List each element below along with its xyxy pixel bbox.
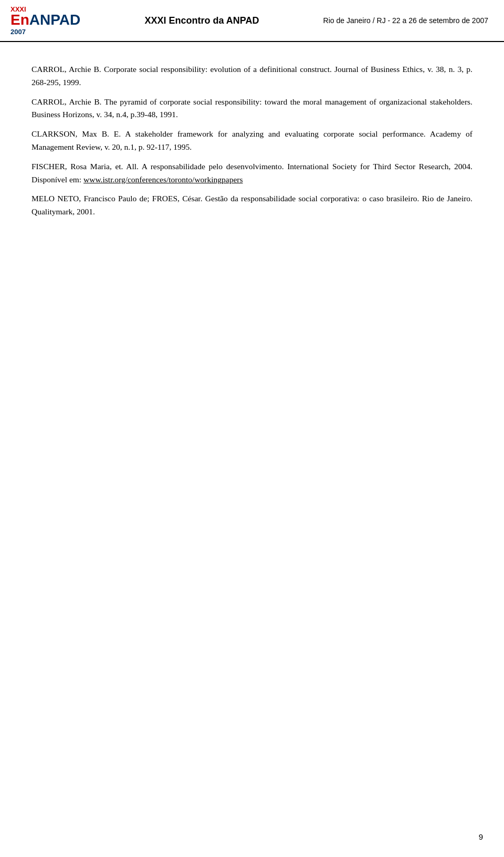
reference-text-5: MELO NETO, Francisco Paulo de; FROES, Cé… [32, 194, 472, 216]
main-content: CARROL, Archie B. Corporate social respo… [0, 42, 504, 246]
reference-entry-4: FISCHER, Rosa Maria, et. All. A responsa… [32, 160, 472, 187]
header-center: XXXI Encontro da ANPAD [80, 15, 323, 26]
conference-title: XXXI Encontro da ANPAD [144, 15, 259, 26]
logo-en-text: En [10, 13, 29, 27]
page-number-value: 9 [479, 832, 483, 841]
reference-text-1: CARROL, Archie B. Corporate social respo… [32, 65, 472, 87]
header-right: Rio de Janeiro / RJ - 22 a 26 de setembr… [323, 16, 488, 25]
reference-text-3: CLARKSON, Max B. E. A stakeholder framew… [32, 129, 472, 151]
references-block: CARROL, Archie B. Corporate social respo… [32, 63, 472, 219]
page-header: XXXI En ANPAD 2007 XXXI Encontro da ANPA… [0, 0, 504, 42]
logo-enanpad: En ANPAD [10, 13, 80, 27]
page-number: 9 [479, 832, 483, 841]
reference-entry-5: MELO NETO, Francisco Paulo de; FROES, Cé… [32, 192, 472, 219]
logo-box: XXXI En ANPAD 2007 [10, 6, 80, 35]
reference-entry-3: CLARKSON, Max B. E. A stakeholder framew… [32, 128, 472, 154]
logo-year: 2007 [10, 28, 26, 35]
reference-entry-2: CARROL, Archie B. The pyramid of corpora… [32, 96, 472, 122]
logo-area: XXXI En ANPAD 2007 [10, 6, 80, 35]
reference-entry-1: CARROL, Archie B. Corporate social respo… [32, 63, 472, 89]
reference-text-2: CARROL, Archie B. The pyramid of corpora… [32, 97, 472, 119]
reference-link-4[interactable]: www.istr.org/conferences/toronto/working… [83, 175, 243, 184]
conference-location: Rio de Janeiro / RJ - 22 a 26 de setembr… [323, 16, 488, 25]
logo-anpad-text: ANPAD [29, 13, 80, 27]
